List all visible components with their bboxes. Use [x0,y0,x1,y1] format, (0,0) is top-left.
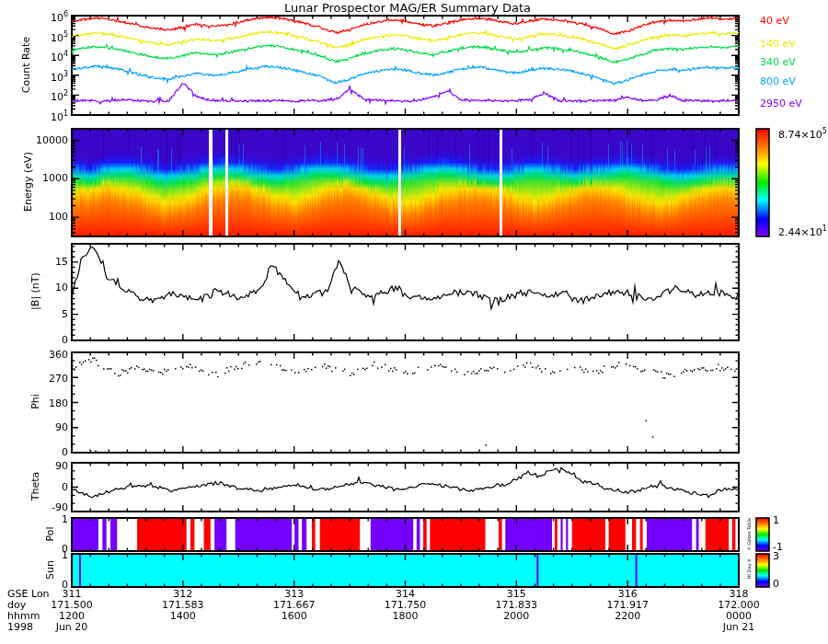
count-rate-ytick-label: 105 [4,29,68,44]
count-rate-ytick-label: 103 [4,68,68,84]
spectro-colorbar-max: 8.74×105 [778,125,827,141]
bmag-ytick-label: 15 [4,256,68,268]
xaxis-hhmm-label: 1800 [393,610,419,622]
pol-ytick-label: 1 [4,513,68,525]
legend-item-2950eV: 2950 eV [760,98,802,109]
legend-item-140eV: 140 eV [760,38,796,50]
plot-window: Lunar Prospector MAG/ER Summary Data Cou… [0,0,828,644]
xaxis-date-label: Jun 21 [723,621,755,633]
bmag-ytick-label: 0 [4,334,68,346]
theta-ytick-label: 90 [4,460,68,472]
theta-ytick-label: 0 [4,481,68,493]
energy-ytick-label: 100 [4,211,68,223]
energy-ytick-label: 1000 [4,172,68,184]
count-rate-ytick-label: 102 [4,87,68,103]
phi-ytick-label: 0 [4,446,68,458]
bmag-ytick-label: 10 [4,282,68,293]
count-rate-ytick-label: 104 [4,48,68,63]
plot-canvas [0,0,828,644]
axis-row-header-year: 1998 [7,621,33,633]
pol-colorbar-max: 1 [773,514,779,526]
legend-item-340eV: 340 eV [760,56,796,68]
count-rate-ytick-label: 106 [4,8,68,24]
theta-ytick-label: -90 [4,501,68,513]
phi-ytick-label: 270 [4,373,68,385]
phi-ytick-label: 180 [4,397,68,409]
page-title: Lunar Prospector MAG/ER Summary Data [284,2,531,14]
legend-item-40eV: 40 eV [760,15,789,27]
bmag-ytick-label: 5 [4,308,68,320]
phi-ytick-label: 90 [4,421,68,433]
sun-ytick-label: 0 [4,579,68,591]
legend-item-800eV: 800 eV [760,75,796,87]
sun-colorbar-min: 0 [773,578,779,590]
energy-ytick-label: 10000 [4,134,68,146]
phi-ytick-label: 360 [4,349,68,361]
sun-ytick-label: 1 [4,549,68,561]
xaxis-hhmm-label: 1600 [282,610,307,622]
xaxis-hhmm-label: 1400 [170,610,196,622]
count-rate-ytick-label: 101 [4,108,68,123]
xaxis-hhmm-label: 2200 [615,610,640,622]
xaxis-hhmm-label: 2000 [503,610,529,622]
sun-colorbar-max: 3 [773,550,779,562]
xaxis-date-label: Jun 20 [56,621,88,633]
spectro-colorbar-min: 2.44×101 [778,223,827,238]
